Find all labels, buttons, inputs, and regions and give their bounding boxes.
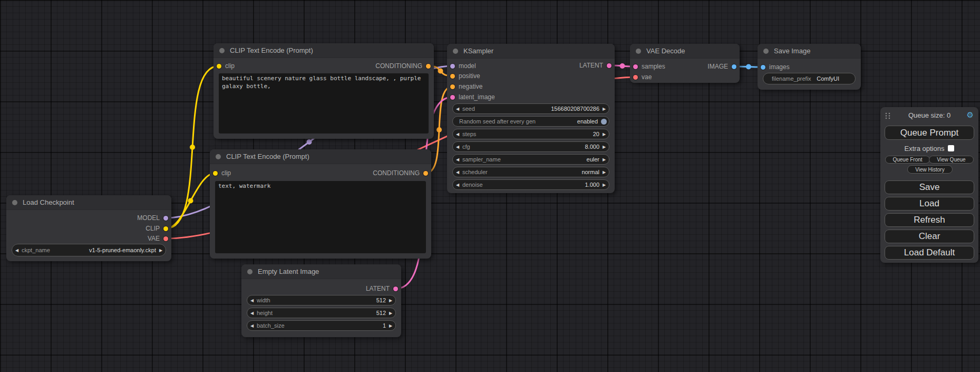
node-title: VAE Decode	[646, 47, 685, 55]
node-clip-encode-negative[interactable]: CLIP Text Encode (Prompt)clipCONDITIONIN…	[210, 149, 431, 259]
load-button[interactable]: Load	[885, 197, 974, 211]
decrement-arrow-icon[interactable]: ◀	[247, 298, 257, 303]
output-dot-IMAGE[interactable]	[732, 64, 736, 69]
node-save-image[interactable]: Save Imageimagesfilename_prefixComfyUI	[758, 44, 861, 90]
widget-seed[interactable]: ◀seed156680208700286▶	[452, 103, 609, 114]
clear-button[interactable]: Clear	[885, 230, 974, 243]
decrement-arrow-icon[interactable]: ◀	[247, 311, 257, 316]
view-queue-button[interactable]: View Queue	[929, 156, 974, 164]
output-dot-CONDITIONING[interactable]	[426, 64, 431, 69]
queue-prompt-button[interactable]: Queue Prompt	[885, 126, 974, 140]
widget-height[interactable]: ◀height512▶	[247, 308, 396, 318]
widget-value: 8.000	[585, 144, 599, 150]
collapse-dot-icon[interactable]	[216, 154, 221, 159]
increment-arrow-icon[interactable]: ▶	[386, 311, 395, 316]
input-dot-clip[interactable]	[213, 171, 218, 176]
widget-batch_size[interactable]: ◀batch_size1▶	[247, 320, 396, 331]
collapse-dot-icon[interactable]	[219, 48, 225, 53]
collapse-dot-icon[interactable]	[453, 49, 458, 54]
node-title: KSampler	[463, 47, 493, 55]
collapse-dot-icon[interactable]	[763, 49, 769, 54]
output-dot-CLIP[interactable]	[163, 226, 168, 231]
widget-ckpt_name[interactable]: ◀ckpt_namev1-5-pruned-emaonly.ckpt▶	[12, 244, 166, 256]
view-history-button[interactable]: View History	[907, 165, 953, 174]
increment-arrow-icon[interactable]: ▶	[386, 298, 395, 303]
decrement-arrow-icon[interactable]: ◀	[453, 132, 462, 137]
input-slot-positive: positive	[450, 71, 480, 81]
output-dot-VAE[interactable]	[163, 236, 168, 241]
decrement-arrow-icon[interactable]: ◀	[453, 157, 462, 162]
save-button[interactable]: Save	[885, 180, 974, 194]
widget-label: width	[257, 297, 270, 303]
output-label: MODEL	[137, 214, 160, 222]
prompt-textarea[interactable]: text, watermark	[215, 181, 426, 253]
increment-arrow-icon[interactable]: ▶	[599, 132, 609, 137]
queue-panel-header: Queue size: 0 ⚙	[880, 110, 978, 120]
increment-arrow-icon[interactable]: ▶	[386, 323, 395, 328]
increment-arrow-icon[interactable]: ▶	[156, 248, 166, 253]
node-clip-encode-positive[interactable]: CLIP Text Encode (Prompt)clipCONDITIONIN…	[214, 43, 434, 139]
input-dot-samples[interactable]	[633, 64, 638, 69]
input-slot-negative: negative	[450, 82, 482, 91]
widget-scheduler[interactable]: ◀schedulernormal▶	[452, 167, 609, 177]
refresh-button[interactable]: Refresh	[885, 213, 974, 227]
decrement-arrow-icon[interactable]: ◀	[12, 248, 22, 253]
node-empty-latent-image[interactable]: Empty Latent ImageLATENT◀width512▶◀heigh…	[241, 264, 401, 337]
widget-label: height	[257, 310, 273, 316]
input-label: clip	[221, 169, 231, 177]
input-label: samples	[642, 63, 665, 70]
output-dot-MODEL[interactable]	[163, 216, 168, 221]
output-dot-LATENT[interactable]	[393, 287, 398, 291]
node-title: Empty Latent Image	[258, 268, 319, 275]
input-dot-latent_image[interactable]	[450, 95, 455, 100]
widget-value: euler	[587, 156, 599, 163]
increment-arrow-icon[interactable]: ▶	[599, 107, 609, 111]
decrement-arrow-icon[interactable]: ◀	[453, 145, 462, 149]
widget-steps[interactable]: ◀steps20▶	[452, 129, 609, 139]
widget-sampler_name[interactable]: ◀sampler_nameeuler▶	[452, 154, 609, 165]
output-dot-CONDITIONING[interactable]	[423, 171, 428, 176]
drag-handle-icon[interactable]	[885, 112, 890, 121]
widget-cfg[interactable]: ◀cfg8.000▶	[452, 141, 609, 152]
widget-width[interactable]: ◀width512▶	[247, 295, 396, 306]
widget-denoise[interactable]: ◀denoise1.000▶	[452, 179, 609, 190]
input-dot-vae[interactable]	[633, 75, 638, 80]
queue-front-button[interactable]: Queue Front	[885, 156, 930, 164]
input-dot-clip[interactable]	[217, 64, 221, 69]
input-dot-images[interactable]	[761, 65, 765, 70]
input-dot-model[interactable]	[450, 64, 455, 69]
input-dot-negative[interactable]	[450, 84, 455, 89]
decrement-arrow-icon[interactable]: ◀	[453, 170, 462, 175]
node-title: CLIP Text Encode (Prompt)	[230, 46, 313, 54]
toggle-knob[interactable]	[601, 119, 607, 125]
prompt-textarea[interactable]: beautiful scenery nature glass bottle la…	[219, 73, 429, 133]
gear-icon[interactable]: ⚙	[967, 110, 974, 120]
collapse-dot-icon[interactable]	[247, 269, 253, 274]
decrement-arrow-icon[interactable]: ◀	[453, 183, 462, 187]
output-slot-VAE: VAE	[148, 234, 168, 243]
load-default-button[interactable]: Load Default	[885, 246, 974, 260]
node-vae-decode[interactable]: VAE DecodesamplesvaeIMAGE	[630, 44, 740, 83]
node-load-checkpoint[interactable]: Load CheckpointMODELCLIPVAE◀ckpt_namev1-…	[6, 195, 171, 261]
widget-value: 512	[376, 310, 386, 316]
collapse-dot-icon[interactable]	[12, 200, 17, 205]
input-dot-positive[interactable]	[450, 74, 455, 79]
widget-filename_prefix[interactable]: filename_prefixComfyUI	[763, 73, 856, 84]
widget-value: 1.000	[585, 182, 599, 188]
increment-arrow-icon[interactable]: ▶	[599, 145, 609, 149]
decrement-arrow-icon[interactable]: ◀	[453, 107, 462, 111]
output-dot-LATENT[interactable]	[607, 63, 612, 68]
link-clip	[166, 173, 215, 228]
extra-options-checkbox[interactable]	[948, 145, 954, 151]
increment-arrow-icon[interactable]: ▶	[599, 170, 609, 175]
collapse-dot-icon[interactable]	[636, 49, 641, 54]
increment-arrow-icon[interactable]: ▶	[599, 157, 609, 162]
increment-arrow-icon[interactable]: ▶	[599, 183, 609, 187]
widget-random-seed-after-every-gen[interactable]: Random seed after every genenabled	[452, 116, 609, 127]
node-ksampler[interactable]: KSamplermodelpositivenegativelatent_imag…	[447, 44, 615, 193]
output-slot-CONDITIONING: CONDITIONING	[373, 168, 428, 178]
decrement-arrow-icon[interactable]: ◀	[247, 323, 257, 328]
graph-canvas[interactable]: Queue size: 0 ⚙ Queue Prompt Extra optio…	[0, 0, 980, 372]
output-slot-IMAGE: IMAGE	[707, 62, 736, 71]
output-label: VAE	[148, 235, 160, 242]
